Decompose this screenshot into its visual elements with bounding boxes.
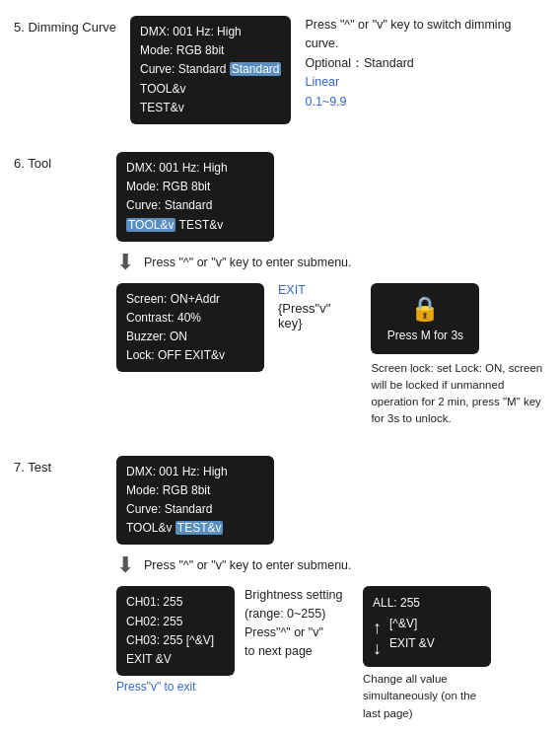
screen-6-sub-line2: Contrast: 40% <box>126 309 254 328</box>
s5-optional: Optional：Standard <box>305 54 546 73</box>
screen-7-line1: DMX: 001 Hz: High <box>126 463 264 481</box>
s5-desc-main: Press "^" or "v" key to switch dimming c… <box>305 16 546 54</box>
screen-6-line3: Curve: Standard <box>126 196 264 215</box>
section-7-submenu: CH01: 255 CH02: 255 CH03: 255 [^&V] EXIT… <box>116 586 491 721</box>
lock-box: 🔒 Press M for 3s <box>371 283 479 354</box>
screen-6-line1: DMX: 001 Hz: High <box>126 159 264 178</box>
section-7-content: DMX: 001 Hz: High Mode: RGB 8bit Curve: … <box>116 456 491 722</box>
screen-6-line4: TOOL&v TEST&v <box>126 216 264 235</box>
lock-box-label: Press M for 3s <box>387 329 463 342</box>
all-inner: ↑ ↓ [^&V] EXIT &V <box>373 614 481 660</box>
ch-line2: CH02: 255 <box>126 613 225 631</box>
down-arrow-7-icon: ⬇ <box>116 554 134 576</box>
s7-arrow-desc: Press "^" or "v" key to enter submenu. <box>144 558 352 572</box>
ch-line1: CH01: 255 <box>126 593 225 612</box>
section-7-arrow-row: ⬇ Press "^" or "v" key to enter submenu. <box>116 554 491 576</box>
ch-line3: CH03: 255 [^&V] <box>126 631 225 650</box>
all-line2: [^&V] <box>389 614 435 633</box>
s6-arrow-desc: Press "^" or "v" key to enter submenu. <box>144 256 352 269</box>
ch-desc: Brightness setting (range: 0~255) Press"… <box>245 586 353 660</box>
s5-option2: 0.1~9.9 <box>305 93 546 111</box>
press-exit: Press"v" to exit <box>116 680 196 694</box>
section-5: 5. Dimming Curve DMX: 001 Hz: High Mode:… <box>14 16 546 124</box>
section-6-label: 6. Tool <box>14 152 103 171</box>
lock-icon: 🔒 <box>410 295 440 323</box>
screen-5-highlight: Standard <box>230 62 282 76</box>
section-5-desc: Press "^" or "v" key to switch dimming c… <box>305 16 546 111</box>
section-6-submenu-row: Screen: ON+Addr Contrast: 40% Buzzer: ON… <box>116 283 546 428</box>
section-6-exit-col: EXIT {Press"v" key} <box>278 283 357 330</box>
ch-desc-line2: (range: 0~255) <box>245 605 353 624</box>
section-6-arrow-row: ⬇ Press "^" or "v" key to enter submenu. <box>116 252 546 273</box>
screen-7-highlight: TEST&v <box>175 521 224 535</box>
screen-7-line3: Curve: Standard <box>126 500 264 519</box>
ch-line4: EXIT &V <box>126 650 225 669</box>
lock-desc: Screen lock: set Lock: ON, screen will b… <box>371 360 546 428</box>
section-7: 7. Test DMX: 001 Hz: High Mode: RGB 8bit… <box>14 456 546 722</box>
ch-col: CH01: 255 CH02: 255 CH03: 255 [^&V] EXIT… <box>116 586 235 694</box>
screen-6-highlight: TOOL&v <box>126 218 175 232</box>
down-arrow-icon: ⬇ <box>116 252 134 273</box>
ch-desc-line1: Brightness setting <box>245 586 353 605</box>
section-6-content: DMX: 001 Hz: High Mode: RGB 8bit Curve: … <box>116 152 546 428</box>
screen-7-line4: TOOL&v TEST&v <box>126 519 264 538</box>
screen-5-line3: Curve: Standard Standard <box>140 60 281 79</box>
all-col: ALL: 255 ↑ ↓ [^&V] EXIT &V Change all va… <box>363 586 491 721</box>
screen-6-sub: Screen: ON+Addr Contrast: 40% Buzzer: ON… <box>116 283 264 373</box>
screen-6-line2: Mode: RGB 8bit <box>126 178 264 196</box>
screen-5-line5: TEST&v <box>140 99 281 117</box>
ch-desc-line4: to next page <box>245 642 353 661</box>
all-lines: [^&V] EXIT &V <box>389 614 435 654</box>
all-desc: Change all value simultaneously (on the … <box>363 671 491 722</box>
exit-sub: {Press"v" key} <box>278 301 357 330</box>
s5-option1: Linear <box>305 73 546 92</box>
screen-6: DMX: 001 Hz: High Mode: RGB 8bit Curve: … <box>116 152 274 242</box>
screen-7: DMX: 001 Hz: High Mode: RGB 8bit Curve: … <box>116 456 274 546</box>
screen-6-sub-line4: Lock: OFF EXIT&v <box>126 346 254 365</box>
screen-6-sub-line3: Buzzer: ON <box>126 328 254 346</box>
screen-5-line4: TOOL&v <box>140 80 281 99</box>
up-down-arrows-icon: ↑ ↓ <box>373 614 382 660</box>
screen-6-sub-line1: Screen: ON+Addr <box>126 290 254 309</box>
screen-5: DMX: 001 Hz: High Mode: RGB 8bit Curve: … <box>130 16 291 124</box>
all-screen: ALL: 255 ↑ ↓ [^&V] EXIT &V <box>363 586 491 667</box>
screen-7-line2: Mode: RGB 8bit <box>126 481 264 500</box>
ch-desc-line3: Press"^" or "v" <box>245 624 353 642</box>
exit-label: EXIT <box>278 283 357 297</box>
screen-5-line2: Mode: RGB 8bit <box>140 41 281 60</box>
ch-screen: CH01: 255 CH02: 255 CH03: 255 [^&V] EXIT… <box>116 586 235 676</box>
section-6: 6. Tool DMX: 001 Hz: High Mode: RGB 8bit… <box>14 152 546 428</box>
all-line1: ALL: 255 <box>373 593 481 613</box>
all-line3: EXIT &V <box>389 633 435 653</box>
lock-col: 🔒 Press M for 3s Screen lock: set Lock: … <box>371 283 546 428</box>
screen-5-line1: DMX: 001 Hz: High <box>140 23 281 41</box>
section-7-label: 7. Test <box>14 456 103 475</box>
section-5-label: 5. Dimming Curve <box>14 16 116 35</box>
